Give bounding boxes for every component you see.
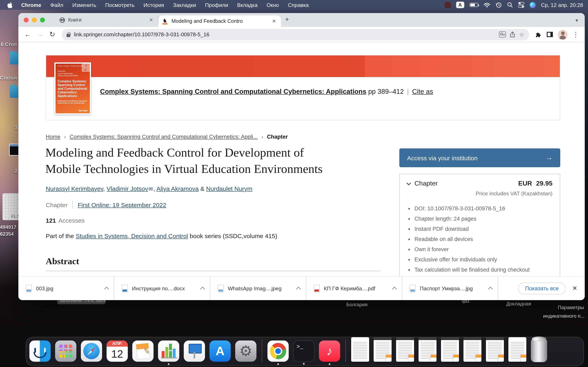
desktop-label-2[interactable]: 2 [15,168,17,174]
dock-launchpad-icon[interactable] [55,341,76,362]
dock-minimized-document[interactable] [419,337,437,362]
dock-numbers-icon[interactable] [158,341,179,362]
dock-finder-icon[interactable] [29,341,51,362]
side-panel-icon[interactable] [547,32,553,37]
new-tab-button[interactable]: + [285,16,289,24]
first-online-link[interactable]: First Online: 19 September 2022 [78,201,166,208]
download-menu-chevron-icon[interactable] [392,287,397,291]
input-source-badge[interactable]: A [456,2,464,8]
minimize-window-button[interactable] [32,17,37,22]
desktop-label-digits2[interactable]: 62354 [0,231,14,237]
download-item[interactable]: Паспорт Умирза....jpg [402,276,498,300]
menubar-item-profiles[interactable]: Профили [200,2,233,8]
url-text[interactable]: link.springer.com/chapter/10.1007/978-3-… [74,31,495,38]
author-link-nurym[interactable]: Nurdaulet Nurym [206,185,252,192]
menubar-item-help[interactable]: Справка [283,2,313,8]
dock-pages-icon[interactable] [132,341,154,362]
menubar-clock[interactable]: Ср, 12 апр. 20:28 [541,2,583,8]
dock-appstore-icon[interactable]: A [209,341,231,362]
bookmark-star-icon[interactable]: ☆ [519,31,524,38]
menubar-item-file[interactable]: Файл [46,2,68,8]
tab-close-icon[interactable]: ✕ [271,18,277,24]
battery-icon[interactable] [470,3,478,7]
author-link-akramova[interactable]: Aliya Akramova [156,185,199,192]
menubar-item-chrome[interactable]: Chrome [17,2,46,8]
download-item[interactable]: WhatsApp Imag....jpeg [210,276,306,300]
menubar-item-edit[interactable]: Изменить [68,2,101,8]
expand-cover-icon[interactable]: ↗↙ [82,64,90,72]
chrome-menu-icon[interactable]: ⋮ [572,31,579,38]
desktop-label-3[interactable]: 3 [15,125,17,131]
download-item[interactable]: Инструкция по....docx [114,276,210,300]
dock-minimized-document[interactable] [441,337,459,362]
dock-trash-icon[interactable] [531,339,547,362]
close-downloads-bar-icon[interactable]: ✕ [572,285,577,292]
menubar-item-window[interactable]: Окно [262,2,283,8]
desktop-label-param2[interactable]: индикативного п... [543,313,585,319]
address-bar[interactable]: link.springer.com/chapter/10.1007/978-3-… [62,29,529,40]
menubar-item-history[interactable]: История [139,2,169,8]
dock-settings-icon[interactable]: ⚙ [235,341,256,362]
back-button[interactable]: ← [22,30,33,39]
dock-minimized-document[interactable] [351,337,369,362]
https-lock-icon[interactable] [67,34,70,37]
download-menu-chevron-icon[interactable] [296,287,301,291]
time-machine-icon[interactable] [496,2,502,8]
book-title-link[interactable]: Complex Systems: Spanning Control and Co… [100,88,366,95]
desktop-label-statya[interactable]: Статья [0,75,17,81]
reload-button[interactable]: ↻ [47,30,58,39]
tab-books[interactable]: Книги ✕ [56,16,158,25]
tab-search-chevron-icon[interactable]: ▼ [575,18,579,23]
zoom-window-button[interactable] [40,17,45,22]
show-all-downloads-button[interactable]: Показать все [518,282,566,294]
dock-safari-icon[interactable] [81,341,102,362]
dock-minimized-document[interactable] [508,337,526,362]
breadcrumb-home-link[interactable]: Home [46,134,61,140]
extensions-puzzle-icon[interactable] [535,31,542,38]
author-link-jotsov[interactable]: Vladimir Jotsov [107,185,148,192]
control-center-icon[interactable] [518,2,524,8]
desktop-label-bolgaria[interactable]: Болгария [346,302,367,308]
desktop-label-dokladnaya[interactable]: Докладная [506,301,531,307]
access-institution-button[interactable]: Access via your institution → [399,149,560,167]
dock-minimized-document[interactable] [396,337,414,362]
download-menu-chevron-icon[interactable] [104,287,109,291]
dock-minimized-document[interactable] [463,337,481,362]
dock-calendar-icon[interactable]: АПР. 12 [107,341,128,362]
dock-minimized-document[interactable] [486,337,504,362]
apple-menu-icon[interactable] [7,2,13,8]
series-link[interactable]: Studies in Systems, Decision and Control [76,233,188,239]
book-cover[interactable]: Studies in Systems, Decision and Control… [54,62,91,115]
wifi-icon[interactable] [484,2,490,8]
spotlight-search-icon[interactable] [507,2,513,8]
translate-icon[interactable]: Ga [499,31,506,38]
download-menu-chevron-icon[interactable] [200,287,205,291]
profile-avatar[interactable] [558,30,568,39]
share-icon[interactable] [510,31,516,38]
author-link-kerimbayev[interactable]: Nurassyl Kerimbayev [46,185,103,192]
dock-chrome-icon[interactable] [268,341,289,362]
siri-icon[interactable] [530,2,536,8]
price-header[interactable]: Chapter EUR 29.95 [407,180,553,187]
desktop-label-param1[interactable]: Параметры [558,305,584,310]
email-envelope-icon[interactable]: ✉ [148,186,153,192]
menubar-item-bookmarks[interactable]: Закладки [169,2,201,8]
cite-as-link[interactable]: Cite as [412,88,433,95]
menubar-item-view[interactable]: Посмотреть [101,2,139,8]
desktop-label-stol[interactable]: 6 Стол [1,42,17,47]
breadcrumb-book-link[interactable]: Complex Systems: Spanning Control and Co… [70,134,258,140]
download-item[interactable]: КП ГФ Керимба....pdf [306,276,402,300]
dock-terminal-icon[interactable]: >_ [293,341,314,362]
download-menu-chevron-icon[interactable] [488,287,493,291]
dock-minimized-document[interactable] [374,337,392,362]
statusbar-app-icon[interactable] [445,2,451,8]
chevron-down-icon[interactable] [406,181,411,185]
dock-keynote-icon[interactable] [184,341,205,362]
forward-button[interactable]: → [35,30,45,39]
dock-music-icon[interactable]: ♪ [319,341,340,362]
menubar-item-tab[interactable]: Вкладка [233,2,262,8]
close-window-button[interactable] [24,17,29,22]
tab-close-icon[interactable]: ✕ [148,17,154,23]
tab-active-chapter[interactable]: ♞ Modeling and Feedback Contro ✕ [158,16,281,27]
desktop-label-digits1[interactable]: 494917 [0,224,16,230]
